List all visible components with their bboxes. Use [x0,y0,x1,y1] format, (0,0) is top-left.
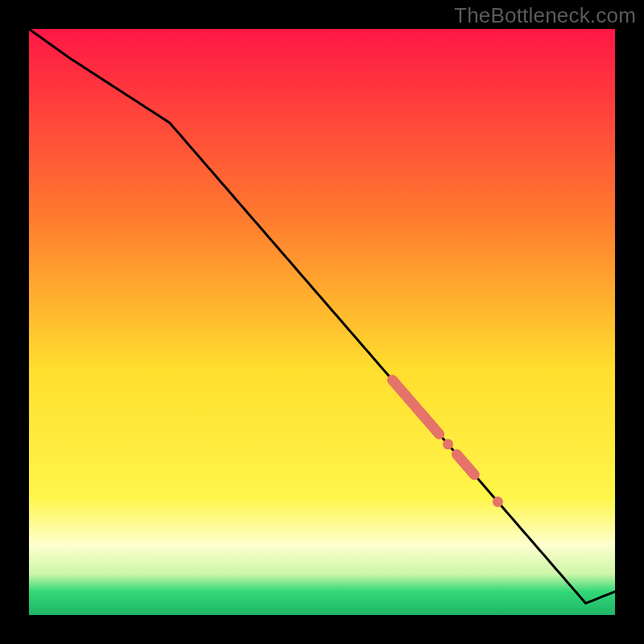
watermark-text: TheBottleneck.com [454,3,636,28]
plot-area [29,29,615,615]
chart-svg [29,29,615,615]
highlight-dot-1 [443,439,453,449]
highlight-dot-2 [493,497,503,507]
gradient-background [29,29,615,615]
chart-frame: TheBottleneck.com [0,0,644,644]
